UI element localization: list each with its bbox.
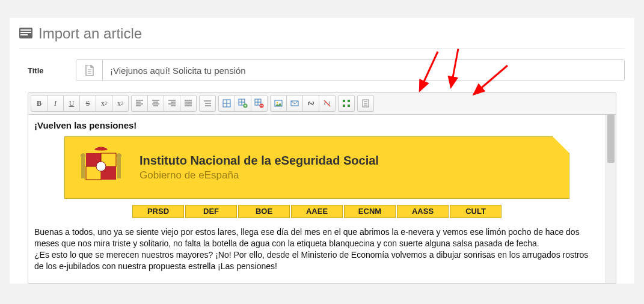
- table-remove-button[interactable]: [251, 95, 268, 112]
- svg-rect-50: [343, 105, 345, 107]
- navtab[interactable]: DEF: [185, 205, 237, 218]
- link-button[interactable]: [302, 95, 319, 112]
- content-heading: ¡Vuelven las pensiones!: [34, 120, 600, 132]
- title-label: Title: [28, 66, 76, 75]
- navtab[interactable]: PRSD: [132, 205, 184, 218]
- banner-subtitle: Gobierno de eEspaña: [140, 169, 379, 183]
- navtab[interactable]: ECNM: [344, 205, 396, 218]
- align-center-button[interactable]: [147, 95, 164, 112]
- superscript-button[interactable]: x2: [112, 95, 129, 112]
- unlink-button[interactable]: [319, 95, 336, 112]
- svg-rect-1: [20, 29, 31, 31]
- underline-button[interactable]: U: [63, 95, 80, 112]
- scrollbar[interactable]: [606, 115, 616, 283]
- banner: Instituto Nacional de la eSeguridad Soci…: [64, 136, 569, 199]
- align-left-button[interactable]: [131, 95, 148, 112]
- email-button[interactable]: [286, 95, 303, 112]
- svg-rect-48: [343, 100, 345, 102]
- image-button[interactable]: [270, 95, 287, 112]
- svg-rect-3: [20, 34, 28, 35]
- align-right-button[interactable]: [164, 95, 180, 112]
- fullscreen-button[interactable]: [338, 95, 355, 112]
- editor-content[interactable]: ¡Vuelven las pensiones!: [28, 115, 606, 283]
- scroll-thumb[interactable]: [607, 115, 615, 163]
- page-title: Import an article: [38, 25, 142, 42]
- svg-point-44: [277, 102, 278, 104]
- svg-rect-51: [348, 105, 350, 107]
- bold-button[interactable]: B: [31, 95, 48, 112]
- align-justify-button[interactable]: [180, 95, 197, 112]
- navtab[interactable]: AAEE: [291, 205, 343, 218]
- svg-rect-49: [348, 100, 350, 102]
- page-panel: Import an article Title B I U S x2 x2: [10, 18, 634, 284]
- navtab[interactable]: BOE: [238, 205, 290, 218]
- table-button[interactable]: [218, 95, 235, 112]
- italic-button[interactable]: I: [47, 95, 64, 112]
- svg-point-64: [81, 153, 85, 158]
- svg-rect-62: [81, 157, 85, 178]
- title-input[interactable]: [103, 60, 624, 81]
- document-icon: [76, 60, 103, 81]
- title-input-wrap: [76, 59, 625, 81]
- svg-point-61: [96, 162, 106, 171]
- strike-button[interactable]: S: [79, 95, 96, 112]
- coat-of-arms-icon: [65, 137, 137, 198]
- source-button[interactable]: [357, 95, 374, 112]
- title-row: Title: [19, 59, 625, 81]
- content-navtabs: PRSD DEF BOE AAEE ECNM AASS CULT: [34, 205, 600, 218]
- svg-point-65: [117, 153, 121, 158]
- navtab[interactable]: CULT: [450, 205, 501, 218]
- subscript-button[interactable]: x2: [96, 95, 112, 112]
- svg-rect-2: [20, 32, 31, 33]
- banner-text: Instituto Nacional de la eSeguridad Soci…: [137, 153, 379, 183]
- content-paragraph: Buenas a todos, uno ya se siente viejo p…: [34, 226, 600, 272]
- editor-body: ¡Vuelven las pensiones!: [28, 115, 616, 283]
- article-icon: [19, 25, 32, 42]
- navtab[interactable]: AASS: [397, 205, 449, 218]
- banner-title: Instituto Nacional de la eSeguridad Soci…: [140, 153, 379, 169]
- toolbar: B I U S x2 x2: [28, 93, 616, 115]
- page-header: Import an article: [19, 25, 625, 49]
- editor: B I U S x2 x2: [28, 92, 616, 284]
- table-add-button[interactable]: [235, 95, 251, 112]
- format-button[interactable]: [199, 95, 216, 112]
- svg-rect-63: [117, 157, 121, 178]
